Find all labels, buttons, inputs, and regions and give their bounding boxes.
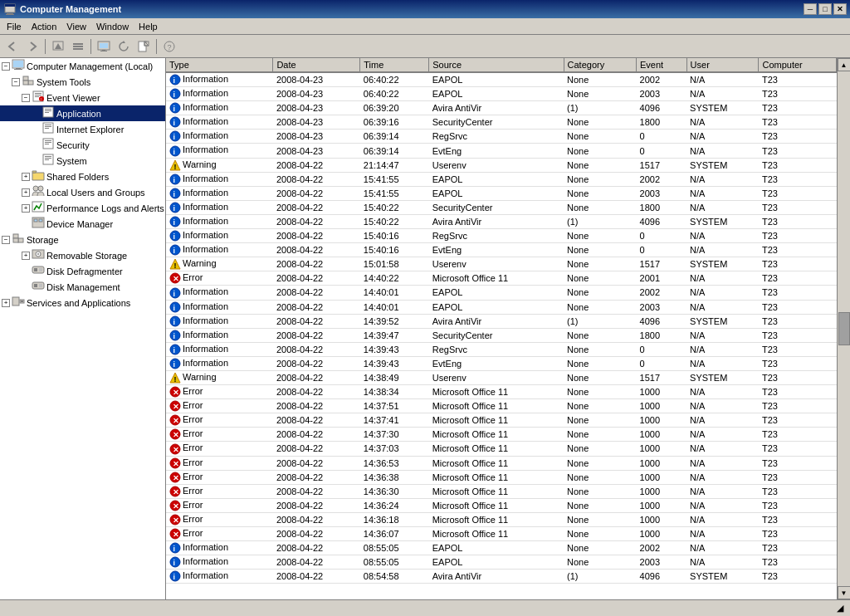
- help-button[interactable]: ?: [160, 37, 178, 56]
- scroll-down-button[interactable]: ▼: [838, 586, 851, 599]
- table-row[interactable]: ✕Error2008-04-2214:36:30Microsoft Office…: [166, 484, 837, 498]
- column-header-type[interactable]: Type: [166, 58, 273, 72]
- forward-button[interactable]: [23, 37, 42, 56]
- tree-expand-storage[interactable]: −: [2, 236, 10, 244]
- table-row[interactable]: ✕Error2008-04-2214:36:07Microsoft Office…: [166, 527, 837, 541]
- sidebar-item-shared-folders[interactable]: +Shared Folders: [0, 169, 165, 184]
- tree-expand-root[interactable]: −: [2, 62, 10, 71]
- tree-expand-perf-logs[interactable]: +: [22, 204, 30, 213]
- table-row[interactable]: ✕Error2008-04-2214:37:03Microsoft Office…: [166, 442, 837, 456]
- sidebar-item-disk-mgmt[interactable]: Disk Management: [0, 279, 165, 295]
- sidebar-item-root[interactable]: −Computer Management (Local): [0, 58, 165, 74]
- tree-expand-event-viewer[interactable]: −: [22, 94, 30, 102]
- sidebar-item-perf-logs[interactable]: +Performance Logs and Alerts: [0, 200, 165, 216]
- table-row[interactable]: iInformation2008-04-2208:55:05EAPOLNone2…: [166, 541, 837, 555]
- table-row[interactable]: iInformation2008-04-2306:40:22EAPOLNone2…: [166, 72, 837, 87]
- cell-user: N/A: [686, 385, 759, 399]
- scroll-thumb[interactable]: [838, 312, 850, 345]
- sidebar-item-system-tools[interactable]: −System Tools: [0, 74, 165, 90]
- table-row[interactable]: iInformation2008-04-2208:54:58Avira Anti…: [166, 570, 837, 584]
- tree-expand-services[interactable]: +: [2, 299, 10, 307]
- sidebar-item-application[interactable]: Application: [0, 105, 165, 121]
- sidebar-item-device-manager[interactable]: Device Manager: [0, 216, 165, 232]
- table-row[interactable]: ✕Error2008-04-2214:40:22Microsoft Office…: [166, 271, 837, 286]
- table-row[interactable]: ✕Error2008-04-2214:36:18Microsoft Office…: [166, 512, 837, 526]
- menu-item-window[interactable]: Window: [91, 20, 134, 33]
- tree-expand-shared-folders[interactable]: +: [22, 173, 30, 181]
- menu-item-action[interactable]: Action: [27, 20, 62, 33]
- cell-time: 15:40:22: [360, 200, 429, 214]
- sidebar-item-local-users[interactable]: +Local Users and Groups: [0, 184, 165, 200]
- table-row[interactable]: iInformation2008-04-2215:40:22Avira Anti…: [166, 214, 837, 228]
- tree-expand-local-users[interactable]: +: [22, 188, 30, 197]
- column-header-user[interactable]: User: [686, 58, 759, 72]
- sidebar-item-services[interactable]: +Services and Applications: [0, 295, 165, 310]
- table-row[interactable]: iInformation2008-04-2208:55:05EAPOLNone2…: [166, 555, 837, 570]
- cell-category: (1): [564, 214, 637, 228]
- up-button[interactable]: [49, 37, 67, 56]
- column-header-category[interactable]: Category: [564, 58, 637, 72]
- column-header-source[interactable]: Source: [429, 58, 564, 72]
- table-row[interactable]: iInformation2008-04-2306:39:14RegSrvcNon…: [166, 130, 837, 144]
- table-row[interactable]: !Warning2008-04-2215:01:58UserenvNone151…: [166, 257, 837, 271]
- cell-category: None: [564, 72, 637, 87]
- table-row[interactable]: iInformation2008-04-2215:40:22SecurityCe…: [166, 200, 837, 214]
- table-row[interactable]: iInformation2008-04-2214:39:43RegSrvcNon…: [166, 342, 837, 356]
- table-row[interactable]: iInformation2008-04-2215:40:16EvtEngNone…: [166, 243, 837, 257]
- status-resize-icon[interactable]: ◢: [833, 602, 847, 615]
- table-row[interactable]: iInformation2008-04-2214:39:47SecurityCe…: [166, 328, 837, 342]
- sidebar-item-internet-explorer[interactable]: Internet Explorer: [0, 121, 165, 137]
- close-button[interactable]: ✕: [833, 3, 847, 15]
- maximize-button[interactable]: □: [818, 3, 832, 15]
- table-row[interactable]: iInformation2008-04-2306:39:20Avira Anti…: [166, 101, 837, 115]
- sidebar-item-system[interactable]: System: [0, 153, 165, 169]
- event-table-container[interactable]: TypeDateTimeSourceCategoryEventUserCompu…: [166, 58, 837, 599]
- table-row[interactable]: !Warning2008-04-2221:14:47UserenvNone151…: [166, 158, 837, 172]
- svg-rect-53: [13, 238, 18, 242]
- sidebar-item-event-viewer[interactable]: −!Event Viewer: [0, 90, 165, 105]
- menu-item-file[interactable]: File: [2, 20, 27, 33]
- sidebar-item-removable-storage[interactable]: +Removable Storage: [0, 247, 165, 263]
- sidebar-item-storage[interactable]: −Storage: [0, 232, 165, 247]
- table-row[interactable]: ✕Error2008-04-2214:37:30Microsoft Office…: [166, 428, 837, 442]
- table-row[interactable]: ✕Error2008-04-2214:36:24Microsoft Office…: [166, 498, 837, 512]
- sidebar-item-security[interactable]: Security: [0, 137, 165, 153]
- menu-item-view[interactable]: View: [61, 20, 91, 33]
- refresh-button[interactable]: [115, 37, 133, 56]
- scroll-up-button[interactable]: ▲: [838, 58, 851, 71]
- export-button[interactable]: [134, 37, 153, 56]
- table-row[interactable]: ✕Error2008-04-2214:37:51Microsoft Office…: [166, 399, 837, 413]
- table-row[interactable]: iInformation2008-04-2214:40:01EAPOLNone2…: [166, 300, 837, 314]
- table-row[interactable]: iInformation2008-04-2215:41:55EAPOLNone2…: [166, 172, 837, 186]
- table-row[interactable]: !Warning2008-04-2214:38:49UserenvNone151…: [166, 370, 837, 384]
- column-header-computer[interactable]: Computer: [759, 58, 837, 72]
- computer-button[interactable]: [95, 37, 113, 56]
- right-scrollbar[interactable]: ▲ ▼: [837, 58, 850, 599]
- menu-item-help[interactable]: Help: [134, 20, 163, 33]
- tree-expand-system-tools[interactable]: −: [12, 78, 20, 86]
- table-row[interactable]: ✕Error2008-04-2214:37:41Microsoft Office…: [166, 413, 837, 428]
- svg-rect-36: [45, 128, 49, 129]
- table-row[interactable]: iInformation2008-04-2214:40:01EAPOLNone2…: [166, 286, 837, 300]
- table-row[interactable]: iInformation2008-04-2214:39:52Avira Anti…: [166, 314, 837, 328]
- table-row[interactable]: iInformation2008-04-2306:39:16SecurityCe…: [166, 115, 837, 130]
- table-row[interactable]: iInformation2008-04-2306:39:14EvtEngNone…: [166, 144, 837, 158]
- column-header-date[interactable]: Date: [273, 58, 360, 72]
- table-row[interactable]: iInformation2008-04-2215:41:55EAPOLNone2…: [166, 186, 837, 200]
- table-row[interactable]: ✕Error2008-04-2214:36:53Microsoft Office…: [166, 456, 837, 470]
- table-row[interactable]: ✕Error2008-04-2214:38:34Microsoft Office…: [166, 385, 837, 399]
- table-row[interactable]: iInformation2008-04-2215:40:16RegSrvcNon…: [166, 229, 837, 243]
- table-row[interactable]: iInformation2008-04-2306:40:22EAPOLNone2…: [166, 87, 837, 101]
- column-header-event[interactable]: Event: [637, 58, 687, 72]
- cell-source: EvtEng: [429, 144, 564, 158]
- minimize-button[interactable]: ─: [804, 3, 817, 15]
- tree-expand-removable-storage[interactable]: +: [22, 252, 30, 260]
- sidebar-item-disk-defrag[interactable]: Disk Defragmenter: [0, 263, 165, 279]
- sidebar[interactable]: −Computer Management (Local)−System Tool…: [0, 58, 166, 599]
- view-button[interactable]: [69, 37, 87, 56]
- column-header-time[interactable]: Time: [360, 58, 429, 72]
- back-button[interactable]: [3, 37, 22, 56]
- table-row[interactable]: ✕Error2008-04-2214:36:38Microsoft Office…: [166, 470, 837, 484]
- cell-date: 2008-04-22: [273, 243, 360, 257]
- table-row[interactable]: iInformation2008-04-2214:39:43EvtEngNone…: [166, 356, 837, 370]
